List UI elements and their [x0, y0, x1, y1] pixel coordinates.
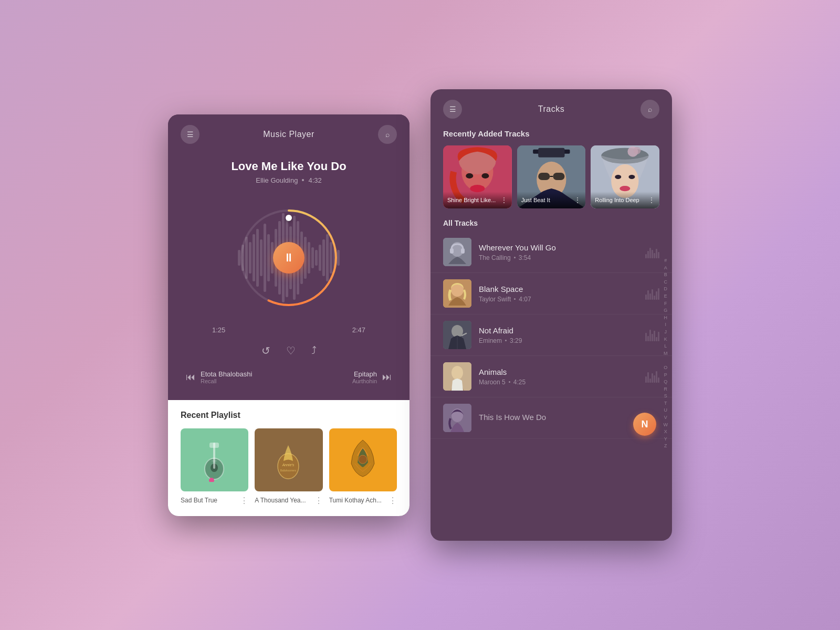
- animals-artist: Maroon 5: [479, 379, 506, 386]
- progress-dot: [286, 215, 292, 221]
- alpha-t[interactable]: T: [664, 400, 668, 407]
- meta-dot: [509, 381, 510, 383]
- meq-bar: [647, 290, 649, 300]
- alpha-hash[interactable]: #: [664, 257, 668, 264]
- playlist-section: Recent Playlist Sad But Tr: [168, 400, 410, 516]
- pause-button[interactable]: ⏸: [273, 242, 304, 274]
- menu-button[interactable]: ☰: [181, 125, 200, 144]
- heart-button[interactable]: ♡: [286, 344, 296, 357]
- playlist-card-3[interactable]: Tumi Kothay Ach... ⋮: [329, 428, 397, 506]
- n-bubble[interactable]: N: [633, 413, 656, 436]
- track-item-wherever[interactable]: Wherever You Will Go The Calling 3:54: [430, 232, 672, 273]
- playlist-card-name-2: A Thousand Yea...: [255, 497, 306, 504]
- track-list: Wherever You Will Go The Calling 3:54: [430, 232, 672, 439]
- prev-next-bar: ⏮ Etota Bhalobashi Recall Epitaph Aurtho…: [181, 370, 397, 384]
- blank-space-meta: Taylor Swift 4:07: [479, 296, 640, 303]
- playlist-card-1[interactable]: Sad But True ⋮: [181, 428, 248, 506]
- thousand-years-icon: Annie's Ballahoomers: [274, 437, 303, 482]
- this-is-how-thumbnail: [443, 404, 471, 432]
- svg-rect-21: [538, 173, 550, 180]
- playlist-menu-2[interactable]: ⋮: [314, 496, 323, 506]
- recent-card-cher[interactable]: Rolling Into Deep ⋮: [591, 145, 659, 208]
- search-button[interactable]: ⌕: [378, 125, 397, 144]
- svg-point-16: [481, 173, 489, 178]
- next-button[interactable]: ⏭: [382, 372, 392, 383]
- playlist-title: Recent Playlist: [181, 411, 397, 420]
- repeat-button[interactable]: ↺: [261, 344, 270, 357]
- svg-rect-34: [450, 248, 454, 254]
- track-item-not-afraid[interactable]: Not Afraid Eminem 3:29: [430, 314, 672, 356]
- svg-rect-3: [209, 443, 219, 448]
- alpha-g[interactable]: G: [664, 307, 668, 314]
- player-header: ☰ Music Player ⌕: [181, 125, 397, 144]
- alpha-q[interactable]: Q: [664, 379, 668, 385]
- alpha-y[interactable]: Y: [664, 436, 668, 443]
- alpha-l[interactable]: L: [664, 343, 668, 350]
- prev-track-name: Etota Bhalobashi: [201, 370, 252, 378]
- alpha-m[interactable]: M: [664, 350, 668, 357]
- alpha-s[interactable]: S: [664, 393, 668, 400]
- playlist-thumb-thousand: Annie's Ballahoomers: [255, 428, 322, 491]
- alpha-h[interactable]: H: [664, 314, 668, 321]
- not-afraid-artist: Eminem: [479, 337, 502, 344]
- alpha-r[interactable]: R: [664, 386, 668, 393]
- prev-button[interactable]: ⏮: [186, 372, 195, 383]
- recent-card-rihanna[interactable]: Shine Bright Like... ⋮: [443, 145, 512, 208]
- playlist-menu-1[interactable]: ⋮: [240, 496, 248, 506]
- this-is-how-name: This Is How We Do: [479, 413, 659, 422]
- meta-dot: [514, 257, 516, 258]
- alpha-d[interactable]: D: [664, 286, 668, 293]
- prev-track-album: Recall: [201, 378, 252, 384]
- alpha-v[interactable]: V: [664, 414, 668, 421]
- alpha-j[interactable]: J: [664, 329, 668, 335]
- tracks-menu-button[interactable]: ☰: [443, 100, 462, 119]
- meq-bar: [652, 250, 653, 258]
- alpha-n[interactable]: N: [664, 358, 668, 364]
- alpha-p[interactable]: P: [664, 372, 668, 379]
- animals-name: Animals: [479, 368, 640, 376]
- tracks-panel: ☰ Tracks ⌕ Recently Added Tracks: [430, 89, 672, 541]
- wherever-name: Wherever You Will Go: [479, 243, 640, 252]
- recent-card-menu-2[interactable]: ⋮: [574, 196, 581, 204]
- next-track-info: Epitaph Aurthohin: [352, 370, 377, 384]
- track-item-animals[interactable]: Animals Maroon 5 4:25: [430, 356, 672, 397]
- track-thumb-this: [443, 404, 471, 432]
- playlist-card-2[interactable]: Annie's Ballahoomers A Thousand Yea... ⋮: [255, 428, 322, 506]
- recent-card-menu-3[interactable]: ⋮: [648, 196, 655, 204]
- alpha-e[interactable]: E: [664, 293, 668, 300]
- meq-bar: [658, 288, 659, 300]
- alpha-w[interactable]: W: [664, 422, 668, 428]
- wherever-duration: 3:54: [519, 254, 531, 261]
- animals-duration: 4:25: [513, 379, 526, 386]
- player-visual: ⏸: [181, 195, 397, 321]
- track-thumb-blank: [443, 279, 471, 308]
- meq-bar: [647, 372, 649, 383]
- alpha-i[interactable]: I: [664, 322, 668, 329]
- recent-card-michael[interactable]: Just Beat It ⋮: [517, 145, 586, 208]
- alpha-z[interactable]: Z: [664, 443, 668, 450]
- track-artist: Ellie Goulding: [256, 176, 298, 184]
- wherever-meta: The Calling 3:54: [479, 254, 640, 261]
- share-button[interactable]: ⤴: [311, 344, 317, 357]
- alpha-b[interactable]: B: [664, 271, 668, 278]
- playlist-menu-3[interactable]: ⋮: [388, 496, 397, 506]
- svg-point-31: [620, 186, 631, 191]
- tracks-search-button[interactable]: ⌕: [640, 100, 659, 119]
- alpha-u[interactable]: U: [664, 407, 668, 414]
- meta-dot: [505, 340, 507, 341]
- alpha-k[interactable]: K: [664, 336, 668, 343]
- player-top-section: ☰ Music Player ⌕ Love Me Like You Do Ell…: [168, 114, 410, 400]
- alpha-o[interactable]: O: [664, 364, 668, 371]
- recent-card-menu-1[interactable]: ⋮: [500, 196, 508, 204]
- alpha-a[interactable]: A: [664, 265, 668, 271]
- alpha-x[interactable]: X: [664, 428, 668, 435]
- alpha-f[interactable]: F: [664, 300, 668, 307]
- svg-point-30: [629, 175, 635, 179]
- meq-bar: [645, 376, 647, 383]
- prev-track-info: Etota Bhalobashi Recall: [201, 370, 252, 384]
- alpha-c[interactable]: C: [664, 279, 668, 286]
- track-item-blank-space[interactable]: Blank Space Taylor Swift 4:07: [430, 273, 672, 314]
- separator-dot: [302, 179, 304, 181]
- playlist-card-name-1: Sad But True: [181, 497, 217, 504]
- meq-bar: [649, 330, 651, 341]
